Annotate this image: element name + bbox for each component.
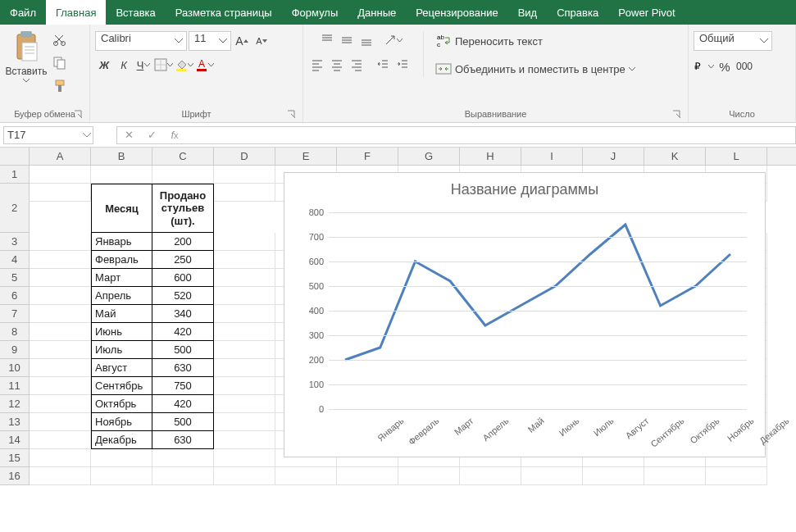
ribbon-tab-4[interactable]: Формулы — [282, 0, 348, 25]
cell[interactable] — [214, 184, 275, 202]
ribbon-tab-6[interactable]: Рецензирование — [406, 0, 507, 25]
cell[interactable] — [30, 377, 91, 395]
align-bottom-button[interactable] — [357, 31, 375, 49]
cancel-formula-button[interactable]: ✕ — [117, 129, 140, 141]
cell[interactable]: 340 — [152, 305, 214, 323]
align-left-button[interactable] — [308, 56, 326, 74]
cell[interactable]: 500 — [152, 341, 214, 359]
cell[interactable]: 420 — [152, 395, 214, 413]
cell[interactable] — [30, 341, 91, 359]
cell[interactable] — [214, 305, 275, 323]
bold-button[interactable]: Ж — [95, 56, 113, 74]
cell[interactable] — [91, 166, 152, 184]
row-header[interactable]: 10 — [0, 359, 30, 377]
row-header[interactable]: 11 — [0, 377, 30, 395]
wrap-text-button[interactable]: abc Переносить текст — [435, 31, 543, 51]
row-header[interactable]: 6 — [0, 287, 30, 305]
borders-button[interactable] — [154, 56, 173, 74]
font-name-select[interactable]: Calibri — [95, 31, 187, 51]
row-header[interactable]: 5 — [0, 269, 30, 287]
cell[interactable] — [30, 184, 91, 202]
cell[interactable]: Декабрь — [91, 431, 152, 449]
cell[interactable] — [214, 341, 275, 359]
cell[interactable]: Октябрь — [91, 395, 152, 413]
cell[interactable]: 600 — [152, 269, 214, 287]
italic-button[interactable]: К — [115, 56, 133, 74]
number-format-select[interactable]: Общий — [694, 31, 772, 51]
ribbon-tab-5[interactable]: Данные — [348, 0, 406, 25]
cell[interactable] — [30, 269, 91, 287]
font-size-select[interactable]: 11 — [189, 31, 231, 51]
cell[interactable]: 630 — [152, 359, 214, 377]
accounting-format-button[interactable]: ₽ — [694, 57, 714, 75]
fill-color-button[interactable] — [175, 56, 193, 74]
cell[interactable] — [91, 467, 152, 485]
row-header[interactable]: 8 — [0, 323, 30, 341]
column-header[interactable]: J — [583, 148, 644, 165]
cell[interactable]: Продано стульев (шт). — [152, 184, 214, 233]
row-header[interactable]: 1 — [0, 166, 30, 184]
accept-formula-button[interactable]: ✓ — [140, 129, 163, 141]
increase-indent-button[interactable] — [393, 56, 412, 74]
cell[interactable] — [30, 449, 91, 467]
cell[interactable]: Сентябрь — [91, 377, 152, 395]
row-header[interactable]: 9 — [0, 341, 30, 359]
cell[interactable] — [521, 467, 583, 485]
cell[interactable] — [398, 467, 460, 485]
align-middle-button[interactable] — [338, 31, 356, 49]
cell[interactable] — [706, 467, 767, 485]
row-header[interactable]: 3 — [0, 233, 30, 251]
cell[interactable]: Июнь — [91, 323, 152, 341]
cell[interactable] — [30, 323, 91, 341]
dialog-launcher-icon[interactable] — [73, 109, 84, 120]
cell[interactable] — [275, 467, 337, 485]
cells-area[interactable]: Название диаграммы 010020030040050060070… — [30, 166, 796, 485]
cell[interactable]: Месяц — [91, 184, 152, 233]
cell[interactable] — [152, 467, 214, 485]
cell[interactable]: 630 — [152, 431, 214, 449]
cell[interactable] — [460, 467, 521, 485]
cell[interactable]: Ноябрь — [91, 413, 152, 431]
cell[interactable] — [214, 269, 275, 287]
format-painter-button[interactable] — [51, 77, 69, 95]
chart[interactable]: Название диаграммы 010020030040050060070… — [284, 172, 766, 457]
cell[interactable] — [214, 431, 275, 449]
column-header[interactable]: F — [337, 148, 398, 165]
percent-button[interactable]: % — [716, 57, 734, 75]
font-color-button[interactable]: A — [195, 56, 214, 74]
row-header[interactable]: 14 — [0, 431, 30, 449]
cell[interactable] — [91, 449, 152, 467]
comma-button[interactable]: 000 — [735, 57, 753, 75]
cell[interactable] — [214, 287, 275, 305]
cell[interactable]: 250 — [152, 251, 214, 269]
ribbon-tab-3[interactable]: Разметка страницы — [166, 0, 282, 25]
cell[interactable] — [644, 467, 706, 485]
ribbon-tab-2[interactable]: Вставка — [106, 0, 165, 25]
cell[interactable] — [30, 287, 91, 305]
column-header[interactable]: K — [644, 148, 706, 165]
cell[interactable] — [214, 359, 275, 377]
column-header[interactable]: I — [521, 148, 583, 165]
cell[interactable]: Январь — [91, 233, 152, 251]
cell[interactable]: Май — [91, 305, 152, 323]
cell[interactable] — [152, 166, 214, 184]
cell[interactable]: Апрель — [91, 287, 152, 305]
ribbon-tab-8[interactable]: Справка — [547, 0, 608, 25]
row-header[interactable]: 12 — [0, 395, 30, 413]
align-center-button[interactable] — [328, 56, 346, 74]
cell[interactable] — [214, 323, 275, 341]
cell[interactable] — [30, 233, 91, 251]
ribbon-tab-9[interactable]: Power Pivot — [608, 0, 685, 25]
row-header[interactable]: 7 — [0, 305, 30, 323]
column-header[interactable]: E — [275, 148, 337, 165]
cell[interactable] — [30, 395, 91, 413]
cell[interactable]: 520 — [152, 287, 214, 305]
cell[interactable] — [214, 449, 275, 467]
cell[interactable] — [214, 377, 275, 395]
cell[interactable] — [214, 413, 275, 431]
cell[interactable] — [30, 431, 91, 449]
copy-button[interactable] — [51, 54, 69, 72]
cell[interactable]: 420 — [152, 323, 214, 341]
name-box[interactable]: T17 — [3, 126, 93, 144]
row-header[interactable]: 2 — [0, 184, 30, 233]
